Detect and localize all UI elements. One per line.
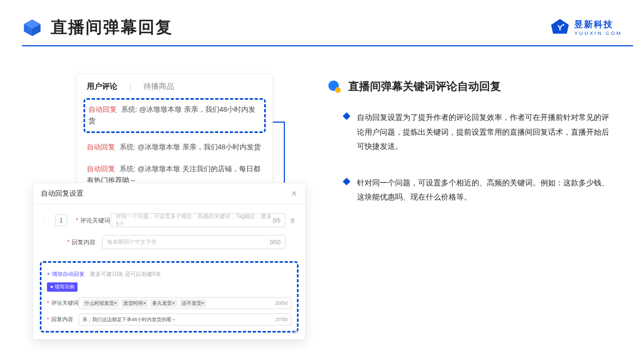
content-input[interactable]: 每条限50个中文字符 0/50 bbox=[102, 235, 285, 249]
keyword-placeholder: 对同一个问题，可设置多个相近、高频的关键词，Tag确定，最多5个 bbox=[116, 213, 273, 228]
auto-reply-label: 自动回复 bbox=[88, 105, 117, 113]
tab-user-comments[interactable]: 用户评论 bbox=[87, 82, 117, 92]
page-title: 直播间弹幕回复 bbox=[51, 16, 173, 39]
cube-icon bbox=[22, 17, 43, 38]
required-star: * bbox=[67, 239, 69, 245]
settings-header: 自动回复设置 ✕ bbox=[33, 183, 305, 204]
connector-line bbox=[273, 122, 284, 123]
bullet-text: 针对同一个问题，可设置多个相近的、高频的关键词。例如：这款多少钱、这块能优惠吗、… bbox=[357, 176, 611, 204]
example-box: + 增加自动回复 最多可建10条 还可以创建9条 ● 填写示例 * 评论关键词 … bbox=[40, 261, 299, 333]
add-note: 最多可建10条 还可以创建9条 bbox=[90, 271, 160, 277]
auto-reply-settings-card: 自动回复设置 ✕ ⋮⋮ 1 * 评论关键词 对同一个问题，可设置多个相近、高频的… bbox=[33, 183, 306, 340]
comment-text: 亲亲，我们48小时内发货 bbox=[182, 143, 261, 151]
keyword-chip[interactable]: 多久发货× bbox=[150, 299, 177, 307]
chat-bubble-icon bbox=[327, 80, 342, 94]
example-keyword-input[interactable]: 什么时候发货× 发货时间× 多久发货× 还不发货× 20/50 bbox=[79, 297, 291, 309]
required-star: * bbox=[76, 217, 78, 224]
svg-text:Y: Y bbox=[558, 23, 563, 32]
tab-separator: | bbox=[129, 82, 132, 92]
example-content-value: 亲，我们这边都是下单48小时内发货的喔～ bbox=[82, 316, 176, 323]
bullet-item: 自动回复设置为了提升作者的评论回复效率，作者可在开播前针对常见的评论用户问题，提… bbox=[344, 110, 611, 154]
tab-pending-products[interactable]: 待播商品 bbox=[144, 82, 174, 92]
required-star: * bbox=[47, 300, 49, 306]
at-user: @冰墩墩本墩 bbox=[138, 143, 180, 151]
content-count: 0/50 bbox=[270, 239, 281, 245]
example-content-row: * 回复内容 亲，我们这边都是下单48小时内发货的喔～ 37/50 bbox=[47, 313, 291, 325]
keyword-chip[interactable]: 什么时候发货× bbox=[82, 299, 119, 307]
content-label: 回复内容 bbox=[71, 238, 102, 246]
bullet-item: 针对同一个问题，可设置多个相近的、高频的关键词。例如：这款多少钱、这块能优惠吗、… bbox=[344, 176, 611, 204]
example-tag: ● 填写示例 bbox=[47, 282, 77, 292]
svg-point-5 bbox=[563, 23, 565, 26]
bottom-count: /50 bbox=[291, 329, 299, 335]
comment-card: 用户评论 | 待播商品 自动回复 系统: @冰墩墩本墩 亲亲，我们48小时内发货… bbox=[76, 74, 273, 198]
system-label: 系统: bbox=[120, 143, 136, 151]
example-keyword-row: * 评论关键词 什么时候发货× 发货时间× 多久发货× 还不发货× 20/50 bbox=[47, 297, 291, 309]
logo-badge-icon: Y bbox=[550, 18, 570, 38]
keyword-chip[interactable]: 发货时间× bbox=[121, 299, 148, 307]
settings-title: 自动回复设置 bbox=[41, 189, 84, 198]
close-icon[interactable]: ✕ bbox=[291, 189, 297, 198]
logo-text-cn: 昱新科技 bbox=[574, 19, 622, 31]
keyword-row: ⋮⋮ 1 * 评论关键词 对同一个问题，可设置多个相近、高频的关键词，Tag确定… bbox=[41, 213, 297, 227]
keyword-input[interactable]: 对同一个问题，可设置多个相近、高频的关键词，Tag确定，最多5个 0/5 bbox=[111, 213, 285, 227]
comment-item: 自动回复 系统: @冰墩墩本墩 亲亲，我们48小时内发货 bbox=[77, 136, 272, 159]
logo-text-en: YUUXIN.COM bbox=[574, 31, 622, 36]
auto-reply-label: 自动回复 bbox=[87, 143, 115, 151]
keyword-label: 评论关键词 bbox=[80, 216, 111, 225]
auto-reply-label: 自动回复 bbox=[87, 165, 115, 173]
keyword-count: 0/5 bbox=[273, 218, 281, 224]
required-star: * bbox=[47, 317, 49, 323]
diamond-icon bbox=[343, 178, 350, 185]
example-keyword-count: 20/50 bbox=[275, 300, 288, 306]
right-column: 直播间弹幕关键词评论自动回复 自动回复设置为了提升作者的评论回复效率，作者可在开… bbox=[327, 74, 611, 226]
highlighted-comment: 自动回复 系统: @冰墩墩本墩 亲亲，我们48小时内发货 bbox=[84, 98, 266, 133]
bullet-text: 自动回复设置为了提升作者的评论回复效率，作者可在开播前针对常见的评论用户问题，提… bbox=[357, 110, 611, 154]
drag-handle-icon[interactable]: ⋮⋮ bbox=[41, 218, 52, 224]
comment-item: 自动回复 系统: @冰墩墩本墩 亲亲，我们48小时内发货 bbox=[88, 104, 261, 127]
content-placeholder: 每条限50个中文字符 bbox=[107, 238, 157, 246]
example-keyword-label: 评论关键词 bbox=[51, 299, 79, 307]
left-column: 用户评论 | 待播商品 自动回复 系统: @冰墩墩本墩 亲亲，我们48小时内发货… bbox=[33, 74, 306, 226]
brand-logo: Y 昱新科技 YUUXIN.COM bbox=[550, 18, 622, 38]
at-user: @冰墩墩本墩 bbox=[139, 105, 182, 113]
feature-title-row: 直播间弹幕关键词评论自动回复 bbox=[327, 79, 611, 94]
svg-point-7 bbox=[335, 87, 341, 92]
diamond-icon bbox=[343, 112, 350, 120]
system-label: 系统: bbox=[120, 165, 136, 173]
example-content-count: 37/50 bbox=[275, 317, 288, 322]
content-row: * 回复内容 每条限50个中文字符 0/50 🗑 bbox=[41, 235, 297, 249]
feature-title: 直播间弹幕关键词评论自动回复 bbox=[348, 79, 501, 94]
system-label: 系统: bbox=[121, 105, 138, 113]
delete-icon[interactable]: 🗑 bbox=[290, 217, 297, 224]
slide-header: 直播间弹幕回复 Y 昱新科技 YUUXIN.COM bbox=[0, 0, 644, 39]
comment-tabs: 用户评论 | 待播商品 bbox=[77, 74, 272, 97]
example-content-input[interactable]: 亲，我们这边都是下单48小时内发货的喔～ 37/50 bbox=[79, 313, 291, 325]
rule-number: 1 bbox=[55, 214, 67, 226]
at-user: @冰墩墩本墩 bbox=[138, 165, 180, 173]
keyword-chip[interactable]: 还不发货× bbox=[180, 299, 206, 307]
example-content-label: 回复内容 bbox=[51, 316, 79, 323]
add-auto-reply-link[interactable]: + 增加自动回复 bbox=[47, 271, 85, 277]
